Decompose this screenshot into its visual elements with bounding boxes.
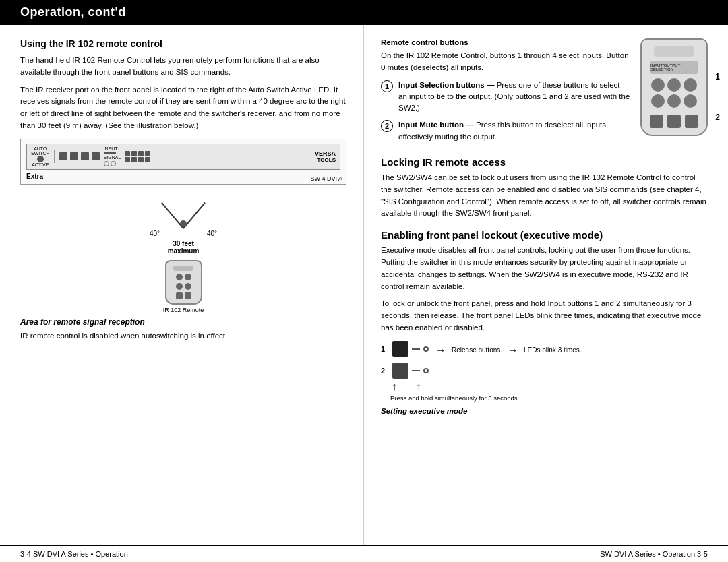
r-btn3 [684, 78, 697, 92]
io-btn3 [138, 151, 144, 156]
io-btn6 [131, 157, 137, 162]
item2: 2 Input Mute button — Press this button … [381, 119, 630, 143]
tools-label: TOOLS [317, 157, 336, 163]
release-text: Release buttons. [452, 346, 502, 354]
num-circle-2: 2 [381, 120, 393, 132]
remote-illustration: IR 102 Remote [20, 260, 346, 313]
para1: The hand-held IR 102 Remote Control lets… [20, 55, 346, 79]
remote-btn6 [185, 292, 191, 299]
para2: The IR receiver port on the front panel … [20, 84, 346, 132]
versa-label: VERSA [315, 150, 336, 157]
conn1 [412, 348, 420, 350]
enabling-para2: To lock or unlock the front panel, press… [381, 298, 708, 334]
leds-text: LEDs blink 3 times. [524, 346, 582, 354]
r-btn-large3 [685, 115, 698, 128]
arrow1: → [435, 344, 446, 356]
left-column: Using the IR 102 remote control The hand… [0, 25, 364, 545]
badge-1: 1 [715, 72, 720, 82]
io-row1 [125, 151, 150, 156]
item2-text: Input Mute button — Press this button to… [398, 119, 630, 143]
device-diagram: AUTO SWITCH ACTIVE [20, 139, 346, 185]
exec-btn-row1: 1 [381, 341, 429, 357]
remote-btn1 [176, 274, 183, 280]
remote-label: IR 102 Remote [163, 307, 204, 313]
io-btn5 [125, 157, 130, 162]
angle-right: 40° [207, 230, 217, 237]
enabling-title: Enabling front panel lockout (executive … [381, 229, 708, 241]
exec-diagram-inner: 1 2 [381, 341, 708, 379]
io-btn7 [138, 157, 144, 162]
versa-tools: VERSA TOOLS [315, 150, 336, 163]
input-line [104, 152, 116, 154]
remote-row3 [176, 292, 191, 299]
remote-row2 [176, 283, 191, 290]
exec-btn-sq1 [392, 341, 408, 357]
area-para: IR remote control is disabled when autos… [20, 330, 346, 342]
io-btn4 [145, 151, 150, 156]
right-column: INPUT/OUTPUT SELECTION [364, 25, 728, 545]
io-btn1 [125, 151, 130, 156]
exec-label2: 2 [381, 367, 389, 375]
exec-label1: 1 [381, 345, 389, 353]
sw4-label: SW 4 DVI A [310, 175, 342, 182]
locking-title: Locking IR remote access [381, 156, 708, 168]
conn2 [412, 370, 420, 371]
badge-2: 2 [715, 113, 720, 122]
r-btn6 [684, 94, 697, 108]
r-btn4 [651, 94, 665, 108]
footer-right: SW DVI A Series • Operation 3-5 [600, 550, 708, 558]
r-btn-large1 [650, 115, 663, 128]
remote-btn2 [185, 274, 191, 280]
angle-labels: 40° 40° [150, 230, 217, 237]
input-btn4 [92, 152, 100, 160]
auto-label: AUTO [34, 146, 47, 151]
remote-btn5 [176, 292, 183, 299]
connector-circle1 [423, 346, 429, 352]
remote-row1 [176, 274, 191, 280]
remote-top [173, 266, 193, 271]
device-top-bar: AUTO SWITCH ACTIVE [26, 144, 340, 170]
item1-text: Input Selection buttons — Press one of t… [398, 80, 630, 115]
area-title: Area for remote signal reception [20, 317, 346, 327]
remote-body [165, 260, 202, 305]
io-btn8 [145, 157, 150, 162]
remote-screen: INPUT/OUTPUT SELECTION [650, 61, 698, 74]
exec-btns: 1 2 [381, 341, 429, 379]
active-label: ACTIVE [32, 162, 49, 167]
signal-area: INPUT SIGNAL [104, 146, 121, 166]
feet-label: 30 feet maximum [168, 240, 200, 255]
device-bottom: Extra SW 4 DVI A [26, 173, 340, 180]
content-area: Using the IR 102 remote control The hand… [0, 25, 728, 545]
release-row: → Release buttons. → LEDs blink 3 times. [435, 344, 582, 356]
remote-bottom-btns [650, 115, 698, 128]
locking-para1: The SW2/SW4 can be set to lock out users… [381, 172, 708, 220]
io-area [125, 151, 150, 162]
remote-btn4 [185, 283, 191, 290]
angle-left: 40° [150, 230, 160, 237]
page-header: Operation, cont'd [0, 0, 728, 25]
auto-switch-btn [37, 156, 44, 162]
switch-label: SWITCH [31, 151, 50, 156]
footer-left: 3-4 SW DVI A Series • Operation [20, 550, 128, 558]
remote-device-container: INPUT/OUTPUT SELECTION [640, 38, 708, 136]
remote-btn-grid [651, 78, 697, 108]
sig-dot1 [104, 161, 109, 166]
center-point [180, 220, 187, 227]
input-btn2 [70, 152, 78, 160]
page-title: Operation, cont'd [20, 5, 126, 19]
exec-btn-row2: 2 [381, 363, 429, 379]
connector-circle2 [423, 368, 429, 373]
exec-arrows: → Release buttons. → LEDs blink 3 times. [435, 341, 582, 356]
input-buttons [59, 152, 100, 160]
enabling-para1: Executive mode disables all front panel … [381, 245, 708, 292]
sig-dot2 [111, 161, 116, 166]
signal-dots [104, 161, 121, 166]
locking-section: Locking IR remote access The SW2/SW4 can… [381, 156, 708, 220]
extra-label: Extra [26, 173, 43, 180]
input-btn1 [59, 152, 67, 160]
press-hold-text: Press and hold simultaneously for 3 seco… [390, 394, 708, 402]
enabling-section: Enabling front panel lockout (executive … [381, 229, 708, 415]
exec-diagram: 1 2 [381, 341, 708, 402]
angle-lines-container [143, 191, 224, 228]
signal-label: SIGNAL [104, 155, 121, 160]
